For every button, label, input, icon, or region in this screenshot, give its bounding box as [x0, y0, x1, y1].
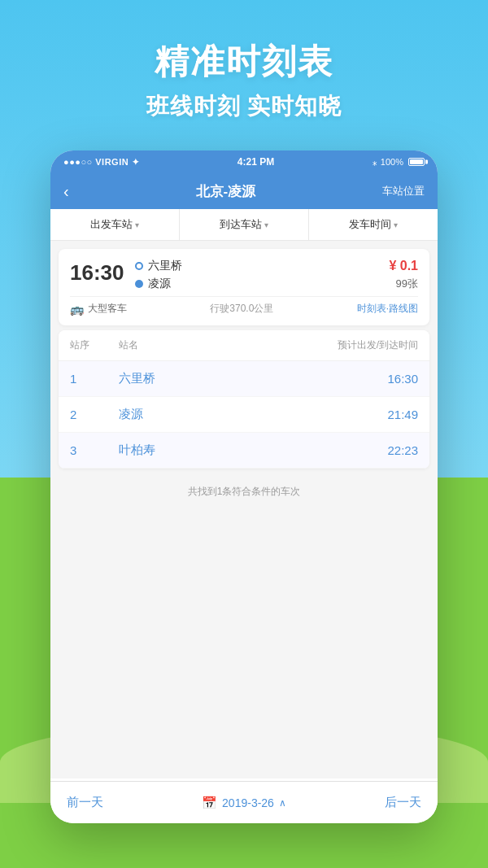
- chevron-down-icon: ▾: [264, 220, 268, 229]
- route-stops: 六里桥 凌源: [135, 259, 389, 291]
- bluetooth-icon: ⁎: [373, 157, 377, 168]
- departure-filter[interactable]: 出发车站 ▾: [50, 209, 180, 240]
- battery-icon: [408, 158, 425, 166]
- to-stop-row: 凌源: [135, 277, 389, 291]
- to-stop-name: 凌源: [148, 277, 171, 291]
- distance-info: 行驶370.0公里: [210, 302, 273, 316]
- stop-time-1: 16:30: [329, 372, 418, 386]
- seq-header: 站序: [70, 338, 119, 352]
- route-info: 六里桥 凌源: [135, 259, 389, 291]
- departure-time: 16:30: [70, 260, 127, 286]
- status-right: ⁎ 100%: [373, 157, 425, 168]
- from-stop-name: 六里桥: [148, 259, 182, 273]
- current-date: 2019-3-26: [222, 796, 274, 809]
- chevron-down-icon: ▾: [135, 220, 139, 229]
- schedule-table: 站序 站名 预计出发/到达时间 1 六里桥 16:30 2 凌源 21:49 3…: [59, 330, 429, 469]
- prev-day-button[interactable]: 前一天: [67, 795, 103, 810]
- to-stop-dot: [135, 280, 143, 288]
- from-stop-row: 六里桥: [135, 259, 389, 273]
- calendar-icon: 📅: [202, 796, 217, 810]
- table-row: 3 叶柏寿 22:23: [59, 433, 429, 469]
- main-content: 16:30 六里桥 凌源 ¥ 0.1 99: [50, 241, 438, 779]
- phone-mockup: ●●●○○ VIRGIN ✦ 4:21 PM ⁎ 100% ‹ 北京-凌源 车站…: [50, 150, 438, 823]
- time-filter[interactable]: 发车时间 ▾: [309, 209, 438, 240]
- schedule-table-header: 站序 站名 预计出发/到达时间: [59, 330, 429, 361]
- battery-fill: [410, 159, 423, 164]
- stop-name-3: 叶柏寿: [119, 443, 329, 458]
- stop-time-2: 21:49: [329, 408, 418, 421]
- bottom-bar: 前一天 📅 2019-3-26 ∧ 后一天: [50, 781, 438, 823]
- bus-type: 🚌 大型客车: [70, 302, 127, 316]
- nav-bar: ‹ 北京-凌源 车站位置: [50, 173, 438, 209]
- schedule-link[interactable]: 时刻表·路线图: [357, 302, 418, 316]
- hero-title: 精准时刻表: [0, 39, 488, 85]
- ticket-price: ¥ 0.1: [389, 259, 418, 273]
- table-row: 1 六里桥 16:30: [59, 361, 429, 397]
- status-time: 4:21 PM: [237, 156, 274, 168]
- bus-card-middle: 🚌 大型客车 行驶370.0公里 时刻表·路线图: [70, 296, 418, 316]
- status-bar: ●●●○○ VIRGIN ✦ 4:21 PM ⁎ 100%: [50, 150, 438, 173]
- chevron-down-icon: ▾: [394, 220, 398, 229]
- hero-section: 精准时刻表 班线时刻 实时知晓: [0, 39, 488, 122]
- seq-2: 2: [70, 408, 119, 421]
- battery-level: 100%: [381, 157, 403, 167]
- status-left: ●●●○○ VIRGIN ✦: [63, 157, 139, 168]
- result-count: 共找到1条符合条件的车次: [50, 473, 438, 510]
- bus-icon: 🚌: [70, 303, 84, 316]
- stop-time-3: 22:23: [329, 443, 418, 457]
- seq-1: 1: [70, 372, 119, 386]
- bus-card: 16:30 六里桥 凌源 ¥ 0.1 99: [59, 249, 429, 325]
- date-selector[interactable]: 📅 2019-3-26 ∧: [202, 796, 286, 810]
- hero-subtitle: 班线时刻 实时知晓: [0, 91, 488, 122]
- ticket-count: 99张: [389, 277, 418, 291]
- price-info: ¥ 0.1 99张: [389, 259, 418, 291]
- nav-title: 北京-凌源: [196, 182, 256, 201]
- back-button[interactable]: ‹: [63, 182, 69, 201]
- stop-name-2: 凌源: [119, 407, 329, 422]
- table-row: 2 凌源 21:49: [59, 397, 429, 433]
- time-header: 预计出发/到达时间: [329, 338, 418, 352]
- seq-3: 3: [70, 443, 119, 457]
- chevron-up-icon: ∧: [279, 797, 286, 809]
- arrival-filter[interactable]: 到达车站 ▾: [180, 209, 309, 240]
- bus-type-label: 大型客车: [88, 302, 127, 316]
- name-header: 站名: [119, 338, 329, 352]
- next-day-button[interactable]: 后一天: [385, 795, 421, 810]
- from-stop-dot: [135, 262, 143, 270]
- stop-name-1: 六里桥: [119, 371, 329, 386]
- filter-bar: 出发车站 ▾ 到达车站 ▾ 发车时间 ▾: [50, 209, 438, 241]
- bus-card-top: 16:30 六里桥 凌源 ¥ 0.1 99: [70, 259, 418, 291]
- station-location-button[interactable]: 车站位置: [382, 184, 425, 198]
